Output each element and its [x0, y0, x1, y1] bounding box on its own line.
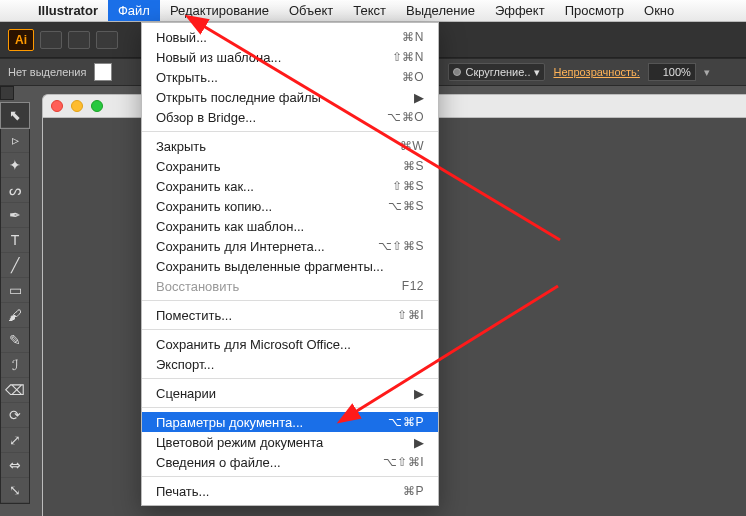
direct-selection-tool[interactable]: ▹	[1, 128, 29, 153]
menu-item[interactable]: Открыть последние файлы▶	[142, 87, 438, 107]
tools-panel: ⬉▹✦ᔕ✒T╱▭🖌✎ℐ⌫⟳⤢⇔⤡	[0, 102, 30, 504]
menu-item[interactable]: Закрыть⌘W	[142, 136, 438, 156]
rotate-tool[interactable]: ⟳	[1, 403, 29, 428]
workspace-switch-2[interactable]	[68, 31, 90, 49]
menu-separator	[142, 378, 438, 379]
menu-item[interactable]: Сохранить для Интернета...⌥⇧⌘S	[142, 236, 438, 256]
menu-item-label: Новый из шаблона...	[156, 50, 281, 65]
menu-окно[interactable]: Окно	[634, 0, 684, 21]
width-tool[interactable]: ⇔	[1, 453, 29, 478]
zoom-window-icon[interactable]	[91, 100, 103, 112]
menu-item-shortcut: ⇧⌘S	[392, 179, 424, 193]
menu-item-shortcut: ⌥⌘S	[388, 199, 424, 213]
menu-item[interactable]: Поместить...⇧⌘I	[142, 305, 438, 325]
scale-tool[interactable]: ⤢	[1, 428, 29, 453]
menu-item-label: Поместить...	[156, 308, 232, 323]
opacity-value-field[interactable]: 100%	[648, 63, 696, 81]
menu-item-label: Печать...	[156, 484, 209, 499]
submenu-arrow-icon: ▶	[414, 435, 424, 450]
free-transform-tool[interactable]: ⤡	[1, 478, 29, 503]
menu-item[interactable]: Экспорт...	[142, 354, 438, 374]
line-tool[interactable]: ╱	[1, 253, 29, 278]
menu-item-label: Новый...	[156, 30, 207, 45]
magic-wand-tool[interactable]: ✦	[1, 153, 29, 178]
menu-item[interactable]: Новый из шаблона...⇧⌘N	[142, 47, 438, 67]
menu-item[interactable]: Сохранить копию...⌥⌘S	[142, 196, 438, 216]
menu-item-label: Открыть последние файлы	[156, 90, 321, 105]
type-tool[interactable]: T	[1, 228, 29, 253]
menu-item-shortcut: ⌥⇧⌘S	[378, 239, 424, 253]
menu-объект[interactable]: Объект	[279, 0, 343, 21]
menu-item[interactable]: Обзор в Bridge...⌥⌘O	[142, 107, 438, 127]
workspace-switch-1[interactable]	[40, 31, 62, 49]
menu-item-shortcut: ⌥⇧⌘I	[383, 455, 424, 469]
menu-item[interactable]: Сведения о файле...⌥⇧⌘I	[142, 452, 438, 472]
menu-item[interactable]: Цветовой режим документа▶	[142, 432, 438, 452]
app-name[interactable]: Illustrator	[28, 3, 108, 18]
menu-separator	[142, 300, 438, 301]
cap-style-dropdown[interactable]: Скругление.. ▾	[448, 63, 545, 81]
menu-item-label: Сохранить как шаблон...	[156, 219, 304, 234]
menu-item-label: Сохранить	[156, 159, 221, 174]
lasso-tool[interactable]: ᔕ	[1, 178, 29, 203]
pencil-tool[interactable]: ✎	[1, 328, 29, 353]
menu-item[interactable]: Открыть...⌘O	[142, 67, 438, 87]
selection-status: Нет выделения	[8, 66, 86, 78]
menu-item[interactable]: Печать...⌘P	[142, 481, 438, 501]
menu-item-shortcut: ⇧⌘N	[392, 50, 424, 64]
rectangle-tool[interactable]: ▭	[1, 278, 29, 303]
menu-текст[interactable]: Текст	[343, 0, 396, 21]
blob-brush-tool[interactable]: ℐ	[1, 353, 29, 378]
submenu-arrow-icon: ▶	[414, 90, 424, 105]
menu-item-label: Сведения о файле...	[156, 455, 281, 470]
dot-icon	[453, 68, 461, 76]
menu-item[interactable]: Сценарии▶	[142, 383, 438, 403]
cap-style-label: Скругление..	[465, 66, 530, 78]
menu-item[interactable]: Сохранить⌘S	[142, 156, 438, 176]
menu-item-shortcut: ⌘S	[403, 159, 424, 173]
menu-item-label: Обзор в Bridge...	[156, 110, 256, 125]
menu-item-shortcut: ⌘O	[402, 70, 424, 84]
menu-item[interactable]: Сохранить для Microsoft Office...	[142, 334, 438, 354]
menu-separator	[142, 407, 438, 408]
menu-item[interactable]: Сохранить выделенные фрагменты...	[142, 256, 438, 276]
chevron-down-icon[interactable]: ▾	[704, 66, 710, 79]
menu-файл[interactable]: Файл	[108, 0, 160, 21]
menu-item-label: Восстановить	[156, 279, 239, 294]
pen-tool[interactable]: ✒	[1, 203, 29, 228]
opacity-label[interactable]: Непрозрачность:	[553, 66, 639, 78]
menu-item-label: Сохранить для Интернета...	[156, 239, 325, 254]
menu-item-shortcut: ⌘N	[402, 30, 424, 44]
app-logo: Ai	[8, 29, 34, 51]
eraser-tool[interactable]: ⌫	[1, 378, 29, 403]
minimize-window-icon[interactable]	[71, 100, 83, 112]
menu-item-shortcut: ⌥⌘P	[388, 415, 424, 429]
menu-item[interactable]: Параметры документа...⌥⌘P	[142, 412, 438, 432]
menu-item-shortcut: ⌥⌘O	[387, 110, 424, 124]
menu-item[interactable]: Новый...⌘N	[142, 27, 438, 47]
menu-item[interactable]: Сохранить как...⇧⌘S	[142, 176, 438, 196]
menu-item-label: Сохранить копию...	[156, 199, 272, 214]
menu-item-label: Закрыть	[156, 139, 206, 154]
mac-menu-bar: Illustrator ФайлРедактированиеОбъектТекс…	[0, 0, 746, 22]
panel-collapse-tab[interactable]	[0, 86, 14, 100]
chevron-down-icon: ▾	[534, 66, 540, 79]
fill-swatch[interactable]	[94, 63, 112, 81]
menu-просмотр[interactable]: Просмотр	[555, 0, 634, 21]
menu-редактирование[interactable]: Редактирование	[160, 0, 279, 21]
menu-выделение[interactable]: Выделение	[396, 0, 485, 21]
menu-item-shortcut: F12	[402, 279, 424, 293]
menu-item: ВосстановитьF12	[142, 276, 438, 296]
menu-item-label: Сохранить для Microsoft Office...	[156, 337, 351, 352]
menu-эффект[interactable]: Эффект	[485, 0, 555, 21]
menu-item[interactable]: Сохранить как шаблон...	[142, 216, 438, 236]
selection-tool[interactable]: ⬉	[1, 103, 29, 128]
menu-item-label: Параметры документа...	[156, 415, 303, 430]
menu-item-label: Экспорт...	[156, 357, 214, 372]
menu-separator	[142, 329, 438, 330]
paintbrush-tool[interactable]: 🖌	[1, 303, 29, 328]
menu-item-label: Сценарии	[156, 386, 216, 401]
close-window-icon[interactable]	[51, 100, 63, 112]
workspace-switch-3[interactable]	[96, 31, 118, 49]
menu-separator	[142, 131, 438, 132]
